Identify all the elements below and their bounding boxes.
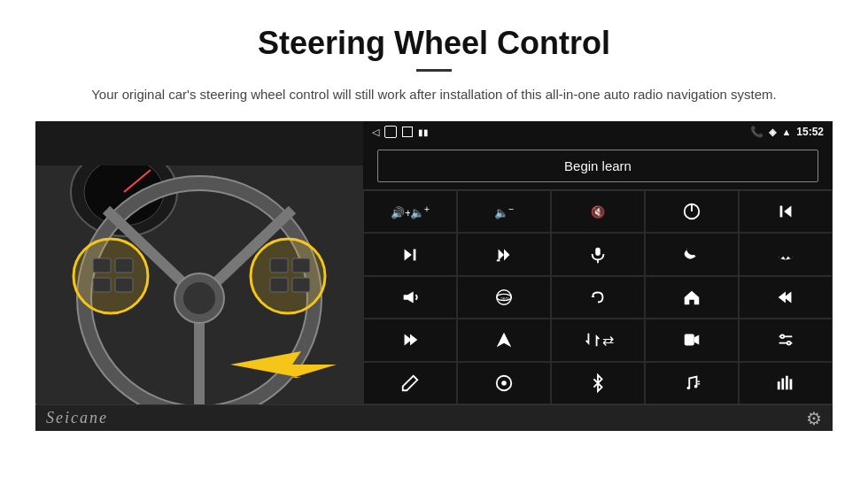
recent-apps-icon[interactable] — [402, 127, 413, 137]
svg-point-47 — [781, 335, 785, 339]
svg-rect-14 — [115, 258, 133, 273]
svg-rect-57 — [781, 378, 784, 389]
svg-point-52 — [687, 386, 691, 389]
phone-call-button[interactable] — [645, 233, 739, 275]
content-row: ◁ ▮▮ 📞 ◈ ▲ 15:52 Begin learn — [35, 121, 833, 404]
vol-up-button[interactable]: 🔊+ 🔈+ — [363, 190, 457, 233]
audio-bars-button[interactable] — [739, 362, 833, 404]
svg-rect-56 — [778, 381, 780, 389]
svg-point-49 — [787, 342, 791, 345]
svg-point-11 — [183, 282, 215, 314]
fast-fwd-button[interactable] — [457, 233, 551, 275]
equalizer-button[interactable] — [739, 319, 833, 361]
location-status-icon: ◈ — [769, 127, 776, 138]
pen-button[interactable] — [363, 362, 457, 404]
svg-marker-35 — [404, 292, 414, 303]
time-display: 15:52 — [796, 126, 824, 138]
title-divider — [416, 69, 452, 72]
phone-status-icon: 📞 — [750, 126, 763, 138]
signal-icon: ▮▮ — [418, 127, 429, 137]
back-arrow-icon[interactable]: ◁ — [372, 127, 379, 138]
horn-button[interactable] — [363, 276, 457, 319]
svg-rect-33 — [595, 247, 601, 255]
svg-rect-19 — [292, 258, 310, 273]
record-button[interactable] — [645, 319, 739, 361]
steering-wheel-photo — [35, 121, 363, 404]
svg-marker-40 — [779, 292, 786, 303]
svg-marker-31 — [504, 249, 509, 260]
svg-rect-29 — [414, 249, 416, 260]
hang-up-button[interactable] — [739, 233, 833, 275]
svg-rect-4 — [35, 121, 363, 165]
svg-rect-45 — [685, 334, 694, 346]
mic-button[interactable] — [551, 233, 645, 275]
svg-marker-43 — [497, 333, 512, 348]
svg-text:360°: 360° — [500, 297, 509, 302]
navigate-button[interactable] — [457, 319, 551, 361]
home-button[interactable] — [645, 276, 739, 319]
skip-back-btn[interactable] — [739, 276, 833, 319]
svg-marker-42 — [410, 334, 417, 346]
svg-text:🔊+: 🔊+ — [391, 206, 410, 220]
watermark-bar: Seicane ⚙ — [35, 404, 833, 431]
undo-button[interactable] — [551, 276, 645, 319]
svg-rect-58 — [786, 376, 788, 390]
svg-rect-13 — [93, 258, 111, 273]
skip-fwd-btn[interactable] — [363, 319, 457, 361]
circle-button[interactable] — [457, 362, 551, 404]
svg-point-17 — [251, 239, 325, 313]
begin-learn-button[interactable]: Begin learn — [377, 150, 818, 182]
prev-track-button[interactable] — [739, 190, 833, 233]
svg-rect-15 — [93, 278, 111, 292]
vol-mute-button[interactable]: 🔇 — [551, 190, 645, 233]
svg-rect-18 — [270, 258, 288, 273]
svg-rect-21 — [292, 278, 310, 292]
status-left: ◁ ▮▮ — [372, 126, 429, 138]
wifi-status-icon: ▲ — [781, 127, 791, 137]
controls-grid: 🔊+ 🔈+ 🔈− 🔇 — [363, 189, 833, 404]
android-screen: ◁ ▮▮ 📞 ◈ ▲ 15:52 Begin learn — [363, 121, 833, 404]
svg-marker-28 — [405, 249, 412, 260]
music-settings-button[interactable] — [645, 362, 739, 404]
gear-icon[interactable]: ⚙ — [806, 408, 822, 429]
svg-rect-16 — [115, 278, 133, 292]
status-right: 📞 ◈ ▲ 15:52 — [750, 126, 824, 138]
home-rounded-icon[interactable] — [384, 126, 397, 138]
swap-button[interactable]: ⇄ — [551, 319, 645, 361]
page-title: Steering Wheel Control — [35, 25, 833, 62]
svg-marker-30 — [499, 249, 504, 260]
page-wrapper: Steering Wheel Control Your original car… — [0, 0, 868, 431]
svg-point-51 — [501, 380, 507, 386]
svg-point-53 — [694, 385, 698, 388]
svg-marker-26 — [784, 206, 791, 218]
title-section: Steering Wheel Control Your original car… — [35, 25, 833, 105]
svg-rect-27 — [780, 206, 783, 218]
svg-point-12 — [74, 239, 148, 313]
360-view-button[interactable]: 360° — [457, 276, 551, 319]
subtitle-text: Your original car's steering wheel contr… — [35, 84, 833, 105]
seicane-watermark: Seicane — [46, 409, 108, 427]
svg-rect-20 — [270, 278, 288, 292]
steering-wheel-svg — [35, 121, 363, 404]
skip-next-button[interactable] — [363, 233, 457, 275]
status-bar: ◁ ▮▮ 📞 ◈ ▲ 15:52 — [363, 121, 833, 142]
svg-rect-59 — [790, 379, 793, 389]
begin-learn-area: Begin learn — [363, 142, 833, 189]
bluetooth-button[interactable] — [551, 362, 645, 404]
power-button[interactable] — [645, 190, 739, 233]
vol-down-button[interactable]: 🔈− — [457, 190, 551, 233]
